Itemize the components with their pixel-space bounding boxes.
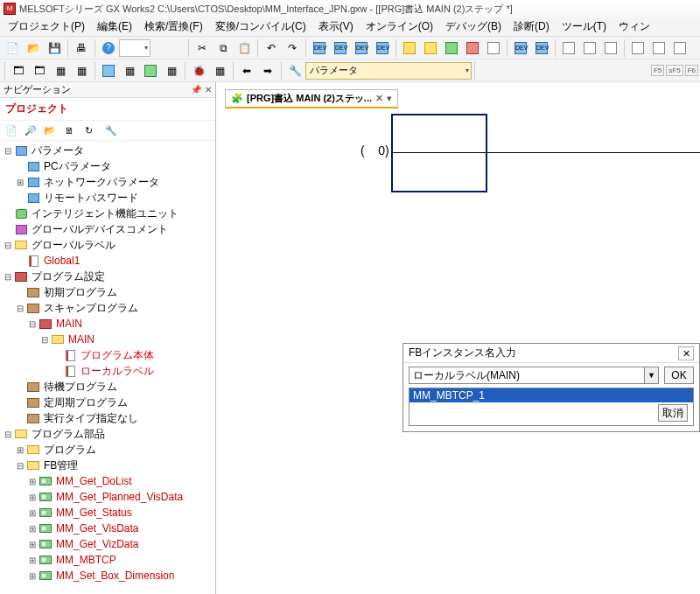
tree-fb2[interactable]: MM_Get_Planned_VisData [54, 491, 185, 503]
redo-button[interactable]: ↷ [283, 38, 302, 58]
tb2-param-icon[interactable]: 🔧 [285, 61, 304, 80]
tb2-btn-3[interactable]: ▦ [51, 61, 70, 80]
tw-program[interactable]: ⊞ [14, 445, 26, 455]
reg-btn-16[interactable] [649, 38, 668, 58]
tb2-btn-10[interactable]: ▦ [210, 61, 229, 80]
tw-fbmgmt[interactable]: ⊟ [14, 461, 26, 471]
nav-tb-2[interactable]: 🔎 [23, 122, 38, 138]
cut-button[interactable]: ✂ [192, 38, 212, 58]
menu-diag[interactable]: 診断(D) [508, 17, 556, 36]
tw-progparts[interactable]: ⊟ [2, 430, 14, 439]
reg-btn-14[interactable] [601, 38, 620, 58]
tb2-btn-2[interactable]: 🗔 [30, 61, 49, 80]
tree-fb1[interactable]: MM_Get_DoList [54, 475, 134, 487]
reg-btn-3[interactable]: DEV [352, 38, 371, 58]
tw-fb7[interactable]: ⊞ [26, 571, 38, 581]
dialog-close-button[interactable]: ✕ [678, 346, 694, 360]
nav-tb-4[interactable]: 🗎 [61, 122, 77, 138]
tree-fb-mgmt[interactable]: FB管理 [42, 458, 80, 473]
menu-search[interactable]: 検索/置換(F) [138, 17, 209, 36]
reg-btn-11[interactable]: DEV [532, 38, 551, 58]
print-button[interactable]: 🖶 [72, 38, 91, 58]
tb2-btn-5[interactable] [99, 61, 118, 80]
tb2-btn-7[interactable] [141, 61, 160, 80]
tw-main1[interactable]: ⊟ [26, 319, 38, 329]
tree-fb5[interactable]: MM_Get_VizData [54, 538, 140, 550]
tab-menu-icon[interactable]: ▾ [387, 93, 392, 104]
reg-btn-5[interactable] [400, 38, 419, 58]
tw-param[interactable]: ⊟ [2, 146, 14, 156]
param-combo[interactable]: パラメータ ▾ [305, 62, 472, 80]
fkey-sf5[interactable]: sF5 [666, 65, 682, 76]
tw-main2[interactable]: ⊟ [38, 335, 51, 345]
dialog-cancel-button[interactable]: 取消 [658, 404, 688, 422]
nav-close-icon[interactable]: ✕ [205, 85, 212, 94]
tw-fb5[interactable]: ⊞ [26, 540, 38, 549]
tree-exec-none[interactable]: 実行タイプ指定なし [42, 411, 140, 426]
menu-edit[interactable]: 編集(E) [91, 17, 138, 36]
tw-fb6[interactable]: ⊞ [26, 556, 38, 565]
tree-main1[interactable]: MAIN [54, 318, 84, 330]
help-button[interactable]: ? [99, 38, 118, 58]
tw-scan[interactable]: ⊟ [14, 304, 26, 313]
nav-tb-5[interactable]: ↻ [80, 122, 96, 138]
tw-net[interactable]: ⊞ [14, 178, 26, 187]
pin-icon[interactable]: 📌 [191, 85, 201, 94]
dialog-selected-item[interactable]: MM_MBTCP_1 [410, 388, 693, 402]
save-button[interactable]: 💾 [45, 38, 64, 58]
reg-btn-8[interactable] [463, 38, 482, 58]
reg-btn-7[interactable] [442, 38, 461, 58]
ladder-cell-2[interactable] [391, 152, 487, 192]
menu-tool[interactable]: ツール(T) [556, 17, 612, 36]
paste-button[interactable]: 📋 [234, 38, 254, 58]
tb2-btn-8[interactable]: ▦ [162, 61, 181, 80]
tree-fb4[interactable]: MM_Get_VisData [54, 522, 140, 535]
tree-remote-pw[interactable]: リモートパスワード [42, 191, 140, 206]
tb2-btn-1[interactable]: 🗔 [9, 61, 28, 80]
tree-prog-parts[interactable]: プログラム部品 [30, 427, 107, 442]
document-tab[interactable]: 🧩 [PRG]書込 MAIN (2)ステッ... ✕ ▾ [225, 89, 398, 108]
reg-btn-6[interactable] [421, 38, 440, 58]
undo-button[interactable]: ↶ [262, 38, 281, 58]
tb2-btn-12[interactable]: ➡ [258, 61, 277, 80]
menu-online[interactable]: オンライン(O) [360, 17, 439, 36]
nav-tb-6[interactable]: 🔧 [103, 122, 119, 138]
dialog-ok-button[interactable]: OK [664, 367, 694, 384]
tree-prog-setting[interactable]: プログラム設定 [30, 269, 107, 284]
tree-pc-param[interactable]: PCパラメータ [42, 159, 113, 174]
tb2-btn-11[interactable]: ⬅ [237, 61, 256, 80]
dialog-combo[interactable]: ローカルラベル(MAIN) ▼ [409, 367, 659, 384]
tree-prog-body[interactable]: プログラム本体 [79, 348, 156, 363]
tree-local-label[interactable]: ローカルラベル [79, 364, 156, 379]
reg-btn-12[interactable] [559, 38, 578, 58]
tree-net-param[interactable]: ネットワークパラメータ [42, 175, 161, 190]
open-button[interactable]: 📂 [24, 38, 43, 58]
tree-standby[interactable]: 待機プログラム [42, 380, 119, 395]
tab-close-icon[interactable]: ✕ [375, 93, 383, 104]
tree-fb7[interactable]: MM_Set_Box_Dimension [54, 570, 176, 582]
tw-fb3[interactable]: ⊞ [26, 508, 38, 518]
tw-progset[interactable]: ⊟ [2, 272, 14, 282]
menu-project[interactable]: プロジェクト(P) [2, 17, 91, 36]
tb2-btn-6[interactable]: ▦ [120, 61, 139, 80]
tb2-btn-9[interactable]: 🐞 [189, 61, 208, 80]
reg-btn-4[interactable]: DEV [373, 38, 392, 58]
tree-intelli[interactable]: インテリジェント機能ユニット [30, 206, 180, 221]
menu-debug[interactable]: デバッグ(B) [439, 17, 508, 36]
fkey-f5[interactable]: F5 [651, 65, 664, 76]
tree-program[interactable]: プログラム [42, 443, 98, 458]
reg-btn-1[interactable]: DEV [310, 38, 329, 58]
copy-button[interactable]: ⧉ [214, 38, 233, 58]
tree-fb3[interactable]: MM_Get_Status [54, 507, 134, 519]
tree-scan-prog[interactable]: スキャンプログラム [42, 301, 140, 316]
reg-btn-9[interactable] [484, 38, 503, 58]
nav-tb-3[interactable]: 📂 [42, 122, 58, 138]
reg-btn-10[interactable]: DEV [511, 38, 530, 58]
new-button[interactable]: 📄 [3, 38, 22, 58]
tw-fb1[interactable]: ⊞ [26, 477, 38, 486]
menu-convert[interactable]: 変換/コンパイル(C) [209, 17, 312, 36]
menu-window[interactable]: ウィン [612, 17, 656, 36]
tw-fb2[interactable]: ⊞ [26, 493, 38, 502]
tree-init-prog[interactable]: 初期プログラム [42, 285, 119, 300]
fkey-f6[interactable]: F6 [685, 65, 698, 76]
